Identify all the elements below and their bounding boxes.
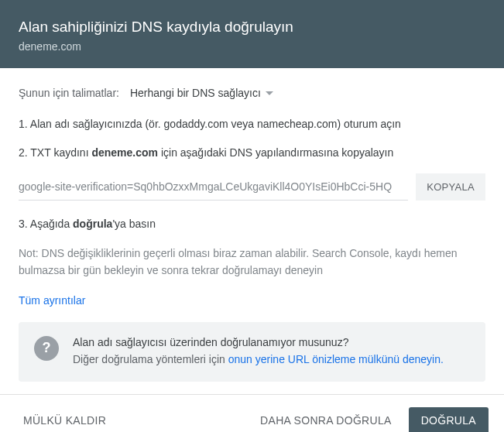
dialog-header: Alan sahipliğinizi DNS kaydıyla doğrulay… — [0, 0, 504, 68]
dns-note: Not: DNS değişikliklerinin geçerli olmas… — [19, 245, 485, 279]
copy-button[interactable]: KOPYALA — [416, 173, 485, 201]
dns-provider-selected: Herhangi bir DNS sağlayıcı — [130, 87, 261, 99]
step-1: 1. Alan adı sağlayıcınızda (ör. godaddy.… — [19, 116, 485, 132]
dialog-content: Şunun için talimatlar: Herhangi bir DNS … — [0, 68, 504, 394]
dialog-title: Alan sahipliğinizi DNS kaydıyla doğrulay… — [19, 19, 485, 36]
info-title: Alan adı sağlayıcısı üzerinden doğrulana… — [73, 336, 470, 348]
all-details-link[interactable]: Tüm ayrıntılar — [19, 294, 85, 307]
dns-provider-dropdown[interactable]: Herhangi bir DNS sağlayıcı — [130, 87, 273, 99]
step3-verify-bold: doğrula — [73, 218, 112, 230]
info-description: Diğer doğrulama yöntemleri için onun yer… — [73, 351, 470, 368]
verify-later-button[interactable]: DAHA SONRA DOĞRULA — [252, 408, 399, 432]
step2-domain-bold: deneme.com — [91, 146, 158, 159]
step-2: 2. TXT kaydını deneme.com için aşağıdaki… — [19, 145, 485, 161]
instructions-row: Şunun için talimatlar: Herhangi bir DNS … — [19, 87, 485, 99]
help-icon: ? — [34, 336, 59, 361]
url-prefix-property-link[interactable]: onun yerine URL önizleme mülkünü deneyin… — [228, 353, 444, 365]
dialog-footer: MÜLKÜ KALDIR DAHA SONRA DOĞRULA DOĞRULA — [0, 394, 504, 432]
step-3: 3. Aşağıda doğrula'ya basın — [19, 216, 485, 232]
verify-button[interactable]: DOĞRULA — [409, 407, 489, 432]
info-box: ? Alan adı sağlayıcısı üzerinden doğrula… — [19, 322, 485, 382]
info-text: Alan adı sağlayıcısı üzerinden doğrulana… — [73, 336, 470, 368]
instructions-label: Şunun için talimatlar: — [19, 87, 119, 99]
chevron-down-icon — [266, 91, 273, 95]
txt-record-row: KOPYALA — [19, 173, 485, 201]
dialog-domain: deneme.com — [19, 40, 485, 53]
remove-property-button[interactable]: MÜLKÜ KALDIR — [15, 408, 114, 432]
txt-record-input[interactable] — [19, 173, 408, 201]
